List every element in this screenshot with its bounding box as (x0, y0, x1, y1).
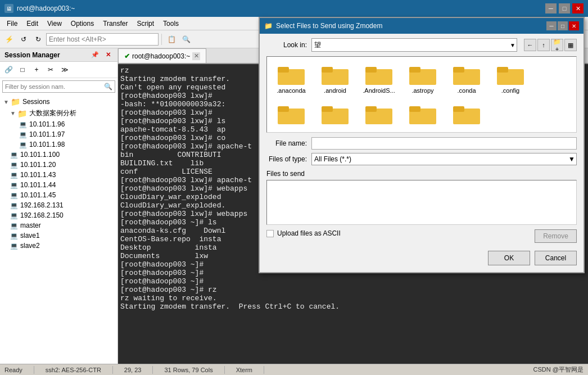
folder-icon-9 (409, 103, 436, 125)
window-controls: ─ □ ✕ (545, 3, 584, 13)
menu-script[interactable]: Script (132, 19, 159, 29)
minimize-button[interactable]: ─ (545, 3, 557, 13)
ok-button[interactable]: OK (488, 251, 530, 265)
svg-rect-9 (453, 67, 464, 73)
session-panel-header: Session Manager 📌 ✕ (0, 48, 117, 62)
look-in-row: Look in: 望 ▼ ← ↑ 📁+ ▦ (266, 38, 577, 52)
pc-icon-4: 💻 (10, 161, 18, 169)
host-input[interactable] (46, 33, 159, 46)
menu-edit[interactable]: Edit (22, 19, 43, 29)
session-more-btn[interactable]: ≫ (58, 64, 71, 75)
zmodem-dialog: 📁 Select Files to Send using Zmodem ─ □ … (259, 17, 585, 273)
tab-close-btn[interactable]: ✕ (192, 52, 200, 60)
folder-item-5[interactable]: .config (491, 61, 530, 96)
tree-host-11[interactable]: 💻 slave1 (1, 231, 116, 241)
tree-host-3[interactable]: 💻 10.101.1.100 (1, 150, 116, 160)
dialog-maximize-btn[interactable]: □ (558, 21, 568, 30)
maximize-button[interactable]: □ (559, 3, 570, 13)
folder-icon-3 (409, 64, 436, 86)
menu-options[interactable]: Options (66, 19, 98, 29)
tree-host-0[interactable]: 💻 10.101.1.96 (1, 119, 116, 129)
separator (161, 34, 162, 45)
remove-button[interactable]: Remove (535, 229, 577, 243)
tree-host-7[interactable]: 💻 10.101.1.45 (1, 190, 116, 200)
files-type-label: Files of type: (266, 155, 307, 163)
folder-item-2[interactable]: .AndroidS... (359, 61, 399, 96)
dialog-close-btn[interactable]: ✕ (569, 21, 579, 30)
toolbar-new-btn[interactable]: ⚡ (2, 33, 16, 46)
terminal-tab-0[interactable]: ✔ root@hadoop003:~ ✕ (118, 48, 206, 63)
session-cut-btn[interactable]: ✂ (44, 64, 57, 75)
session-add-btn[interactable]: + (30, 64, 43, 75)
folder-label-0: .anaconda (277, 87, 305, 94)
session-filter[interactable]: 🔍 (2, 80, 115, 93)
folder-item-10[interactable] (447, 101, 486, 128)
folder-icon-6 (278, 103, 305, 125)
session-window-btn[interactable]: □ (16, 64, 29, 75)
cancel-button[interactable]: Cancel (535, 251, 577, 265)
status-bar: Ready ssh2: AES-256-CTR 29, 23 31 Rows, … (0, 364, 588, 375)
nav-back-btn[interactable]: ← (524, 39, 536, 51)
files-to-send-area[interactable] (266, 180, 577, 225)
nav-view-btn[interactable]: ▦ (564, 39, 577, 51)
tree-host-8[interactable]: 💻 192.168.2.131 (1, 200, 116, 210)
dialog-controls: ─ □ ✕ (546, 21, 579, 30)
pc-icon-0: 💻 (19, 121, 27, 128)
toolbar-copy-btn[interactable]: 📋 (165, 33, 178, 46)
menu-file[interactable]: File (2, 19, 22, 29)
ascii-row: Upload files as ASCII (266, 229, 341, 237)
tree-group[interactable]: ▼ 📁 大数据案例分析 (1, 107, 116, 119)
nav-new-folder-btn[interactable]: 📁+ (551, 39, 563, 51)
folder-item-3[interactable]: .astropy (403, 61, 442, 96)
window-title: root@hadoop003:~ (17, 4, 75, 12)
pc-icon-10: 💻 (10, 222, 18, 229)
host-label-6: 10.101.1.44 (20, 181, 56, 189)
ascii-checkbox[interactable] (266, 230, 274, 237)
menu-transfer[interactable]: Transfer (98, 19, 132, 29)
nav-up-btn[interactable]: ↑ (537, 39, 550, 51)
tree-host-5[interactable]: 💻 10.101.1.43 (1, 170, 116, 180)
files-type-combo[interactable]: All Files (*.*) ▼ (311, 153, 577, 165)
panel-close-btn[interactable]: ✕ (103, 51, 113, 59)
toolbar-btn3[interactable]: ↻ (31, 33, 45, 46)
close-button[interactable]: ✕ (572, 3, 584, 13)
look-in-value: 望 (314, 40, 514, 50)
tree-host-9[interactable]: 💻 192.168.2.150 (1, 210, 116, 220)
host-label-7: 10.101.1.45 (20, 191, 56, 199)
svg-rect-15 (322, 106, 333, 112)
host-label-11: slave1 (20, 232, 40, 240)
session-filter-input[interactable] (5, 83, 104, 90)
tree-host-12[interactable]: 💻 slave2 (1, 241, 116, 251)
folder-item-4[interactable]: .conda (447, 61, 486, 96)
folder-item-7[interactable] (315, 101, 355, 128)
folder-label-4: .conda (457, 87, 476, 94)
tree-host-1[interactable]: 💻 10.101.1.97 (1, 129, 116, 139)
svg-rect-17 (365, 106, 377, 112)
session-toolbar: 🔗 □ + ✂ ≫ (0, 62, 117, 78)
file-name-input[interactable] (311, 137, 577, 150)
tree-host-6[interactable]: 💻 10.101.1.44 (1, 180, 116, 190)
host-label-0: 10.101.1.96 (29, 120, 65, 128)
look-in-combo[interactable]: 望 ▼ (311, 38, 517, 52)
toolbar-btn2[interactable]: ↺ (17, 33, 30, 46)
menu-view[interactable]: View (43, 19, 66, 29)
folder-icon-4 (453, 64, 480, 86)
tree-root-sessions[interactable]: ▼ 📁 Sessions (1, 96, 116, 107)
menu-tools[interactable]: Tools (159, 19, 183, 29)
toolbar-search-btn[interactable]: 🔍 (179, 33, 193, 46)
session-link-btn[interactable]: 🔗 (2, 64, 15, 75)
host-label-9: 192.168.2.150 (20, 211, 64, 219)
file-name-row: File name: (266, 137, 577, 150)
folder-item-9[interactable] (403, 101, 442, 128)
folder-item-0[interactable]: .anaconda (272, 61, 311, 96)
tree-host-10[interactable]: 💻 master (1, 220, 116, 231)
folder-item-6[interactable] (272, 101, 311, 128)
panel-pin-btn[interactable]: 📌 (89, 51, 101, 59)
folder-item-8[interactable] (359, 101, 399, 128)
tree-host-4[interactable]: 💻 10.101.1.20 (1, 160, 116, 170)
tree-host-2[interactable]: 💻 10.101.1.98 (1, 139, 116, 150)
folder-item-1[interactable]: .android (315, 61, 355, 96)
svg-rect-13 (278, 106, 289, 112)
dialog-minimize-btn[interactable]: ─ (546, 21, 557, 30)
folder-grid: .anaconda .android .AndroidS... .astropy (266, 56, 577, 133)
